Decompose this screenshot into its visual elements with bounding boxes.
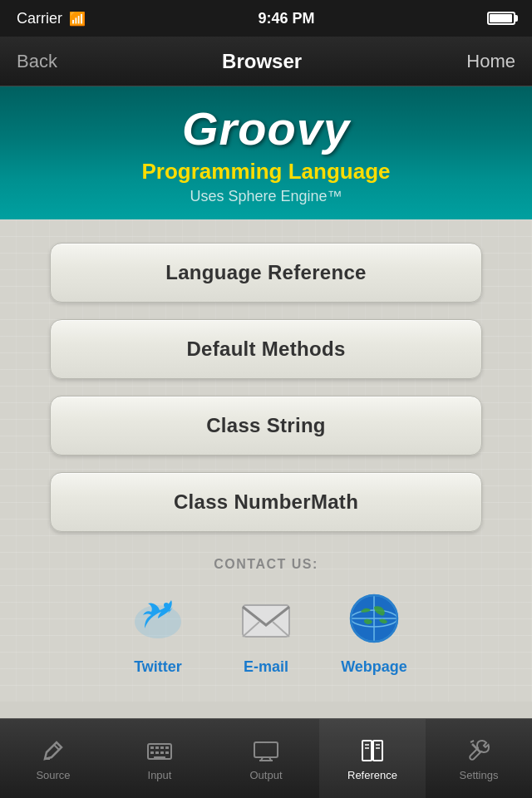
- email-icon: [233, 585, 299, 652]
- class-string-label: Class String: [206, 414, 326, 437]
- twitter-contact[interactable]: Twitter: [125, 585, 191, 676]
- wifi-icon: 📶: [69, 11, 86, 27]
- contact-section: CONTACT US: Twitter: [50, 557, 482, 676]
- svg-rect-14: [150, 746, 154, 749]
- status-bar: Carrier 📶 9:46 PM: [0, 0, 532, 37]
- webpage-label: Webpage: [341, 658, 407, 676]
- svg-rect-19: [155, 751, 159, 754]
- default-methods-label: Default Methods: [186, 337, 345, 361]
- svg-line-11: [54, 745, 59, 750]
- tab-output-label: Output: [249, 769, 282, 781]
- tab-reference[interactable]: Reference: [319, 719, 426, 798]
- svg-rect-28: [373, 741, 382, 761]
- svg-rect-17: [165, 746, 169, 749]
- nav-title: Browser: [222, 50, 302, 73]
- tab-bar: Source Input Output: [0, 718, 532, 798]
- webpage-icon: [341, 585, 407, 652]
- default-methods-button[interactable]: Default Methods: [50, 319, 482, 379]
- tab-output[interactable]: Output: [213, 719, 319, 798]
- carrier-label: Carrier: [17, 10, 62, 27]
- tab-source-label: Source: [36, 769, 70, 781]
- svg-rect-23: [254, 742, 278, 757]
- svg-rect-22: [154, 756, 165, 759]
- app-subtitle: Programming Language: [141, 159, 390, 185]
- svg-rect-27: [362, 741, 372, 761]
- book-icon: [357, 736, 387, 766]
- class-numbermath-label: Class NumberMath: [174, 490, 358, 514]
- svg-rect-15: [155, 746, 159, 749]
- status-right: [487, 12, 515, 25]
- contact-icons: Twitter E-mail: [125, 585, 407, 676]
- svg-rect-2: [243, 605, 289, 637]
- engine-label: Uses Sphere Engine™: [190, 188, 342, 205]
- status-time: 9:46 PM: [258, 10, 314, 27]
- keyboard-icon: [145, 736, 175, 766]
- svg-point-1: [164, 603, 169, 608]
- svg-line-35: [470, 741, 474, 742]
- language-reference-label: Language Reference: [165, 261, 366, 284]
- back-button[interactable]: Back: [17, 51, 57, 72]
- header-banner: Groovy Programming Language Uses Sphere …: [0, 86, 532, 219]
- class-string-button[interactable]: Class String: [50, 396, 482, 456]
- battery-icon: [487, 12, 515, 25]
- contact-label: CONTACT US:: [214, 557, 318, 572]
- status-left: Carrier 📶: [17, 10, 86, 27]
- twitter-icon: [125, 585, 191, 652]
- tab-reference-label: Reference: [347, 769, 397, 781]
- tab-settings-label: Settings: [460, 769, 499, 781]
- tools-icon: [464, 736, 494, 766]
- home-button[interactable]: Home: [466, 51, 515, 72]
- pen-icon: [38, 736, 68, 766]
- email-label: E-mail: [244, 658, 288, 676]
- tab-source[interactable]: Source: [0, 719, 106, 798]
- email-contact[interactable]: E-mail: [233, 585, 299, 676]
- svg-rect-20: [160, 751, 164, 754]
- tab-input-label: Input: [148, 769, 172, 781]
- svg-rect-18: [150, 751, 154, 754]
- svg-rect-16: [160, 746, 164, 749]
- webpage-contact[interactable]: Webpage: [341, 585, 407, 676]
- svg-rect-21: [165, 751, 169, 754]
- main-content: Language Reference Default Methods Class…: [0, 219, 532, 702]
- svg-line-34: [472, 744, 480, 752]
- tab-settings[interactable]: Settings: [426, 719, 532, 798]
- monitor-icon: [251, 736, 281, 766]
- app-title: Groovy: [182, 101, 350, 155]
- nav-bar: Back Browser Home: [0, 37, 532, 86]
- tab-input[interactable]: Input: [106, 719, 213, 798]
- class-numbermath-button[interactable]: Class NumberMath: [50, 472, 482, 532]
- twitter-label: Twitter: [134, 658, 182, 676]
- language-reference-button[interactable]: Language Reference: [50, 243, 482, 303]
